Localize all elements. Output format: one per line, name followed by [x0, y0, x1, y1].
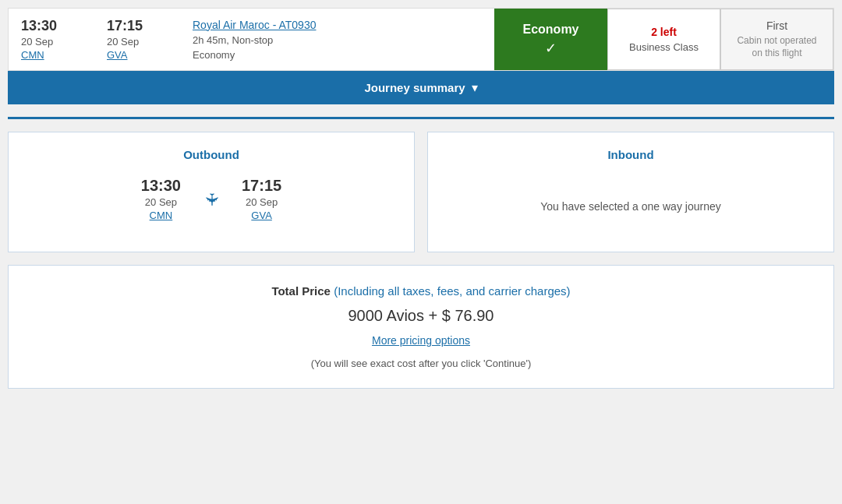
- inbound-title: Inbound: [444, 148, 818, 161]
- inbound-card: Inbound You have selected a one way jour…: [427, 132, 834, 252]
- first-label: First: [766, 19, 787, 32]
- economy-checkmark: ✓: [545, 40, 557, 57]
- blue-divider: [8, 117, 834, 119]
- flight-info: 13:30 20 Sep CMN 17:15 20 Sep GVA Royal …: [9, 9, 494, 70]
- journey-summary-label: Journey summary: [364, 81, 465, 94]
- business-label: Business Class: [629, 41, 699, 53]
- taxes-note: (Including all taxes, fees, and carrier …: [334, 284, 570, 298]
- flight-details: Royal Air Maroc - AT0930 2h 45m, Non-sto…: [193, 19, 316, 61]
- arrive-time: 17:15: [107, 18, 161, 34]
- arrive-airport-link[interactable]: GVA: [107, 49, 161, 61]
- price-amount: 9000 Avios + $ 76.90: [27, 307, 815, 325]
- outbound-arrive-time: 17:15: [242, 177, 281, 195]
- outbound-depart-col: 13:30 20 Sep CMN: [141, 177, 181, 221]
- first-cabin-button: First Cabin not operated on this flight: [720, 9, 833, 70]
- outbound-times-row: 13:30 20 Sep CMN ✈ 17:15 20 Sep GVA: [24, 177, 398, 221]
- chevron-down-icon: ▾: [472, 80, 478, 95]
- price-card: Total Price (Including all taxes, fees, …: [8, 265, 834, 389]
- arrive-date: 20 Sep: [107, 36, 161, 48]
- business-seats-left: 2 left: [651, 26, 677, 38]
- depart-block: 13:30 20 Sep CMN: [21, 18, 76, 61]
- total-price-label: Total Price (Including all taxes, fees, …: [27, 284, 815, 298]
- economy-label: Economy: [522, 23, 578, 37]
- inbound-message: You have selected a one way journey: [444, 177, 818, 236]
- price-card-wrapper: Total Price (Including all taxes, fees, …: [8, 265, 834, 389]
- economy-cabin-button[interactable]: Economy ✓: [494, 9, 607, 70]
- depart-date: 20 Sep: [21, 36, 76, 48]
- outbound-arrive-col: 17:15 20 Sep GVA: [242, 177, 281, 221]
- journey-summary-bar[interactable]: Journey summary ▾: [8, 71, 834, 104]
- airline-link[interactable]: Royal Air Maroc - AT0930: [193, 19, 316, 31]
- outbound-depart-date: 20 Sep: [145, 196, 177, 208]
- plane-icon: ✈: [201, 192, 221, 206]
- cabin-options: Economy ✓ 2 left Business Class First Ca…: [494, 9, 833, 70]
- arrive-block: 17:15 20 Sep GVA: [107, 18, 161, 61]
- business-cabin-button[interactable]: 2 left Business Class: [607, 9, 720, 70]
- first-unavailable-text: Cabin not operated on this flight: [737, 35, 816, 59]
- outbound-depart-airport[interactable]: CMN: [150, 210, 173, 221]
- outbound-card: Outbound 13:30 20 Sep CMN ✈ 17:15 20 Sep…: [8, 132, 415, 252]
- flight-duration: 2h 45m, Non-stop: [193, 34, 316, 46]
- outbound-arrive-airport[interactable]: GVA: [251, 210, 272, 221]
- outbound-title: Outbound: [24, 148, 398, 161]
- flight-cabin-type: Economy: [193, 49, 316, 61]
- outbound-arrive-date: 20 Sep: [246, 196, 278, 208]
- outbound-depart-time: 13:30: [141, 177, 181, 195]
- summary-cards: Outbound 13:30 20 Sep CMN ✈ 17:15 20 Sep…: [8, 132, 834, 252]
- more-pricing-options-link[interactable]: More pricing options: [27, 334, 815, 347]
- exact-cost-note: (You will see exact cost after you click…: [27, 358, 815, 369]
- depart-time: 13:30: [21, 18, 76, 34]
- flight-row: 13:30 20 Sep CMN 17:15 20 Sep GVA Royal …: [8, 8, 834, 71]
- depart-airport-link[interactable]: CMN: [21, 49, 76, 61]
